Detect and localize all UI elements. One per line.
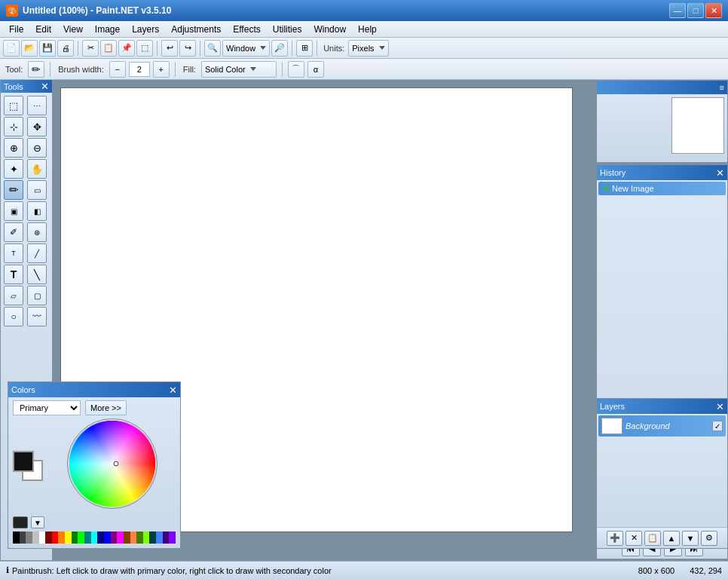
menu-view[interactable]: View <box>57 23 89 36</box>
move-tool[interactable]: ✥ <box>27 117 47 136</box>
palette-color-swatch[interactable] <box>39 532 46 544</box>
palette-color-btn[interactable] <box>13 516 28 528</box>
palette-color-swatch[interactable] <box>78 532 84 544</box>
palette-color-swatch[interactable] <box>104 532 111 544</box>
gradient-tool[interactable]: ◧ <box>27 201 47 221</box>
primary-color-swatch[interactable] <box>13 451 34 472</box>
palette-color-swatch[interactable] <box>26 532 32 544</box>
color-wheel[interactable] <box>67 418 158 509</box>
paintbucket-tool[interactable]: ▣ <box>4 201 23 221</box>
smudge-tool[interactable]: ╱ <box>27 244 47 263</box>
palette-color-swatch[interactable] <box>169 532 176 544</box>
units-dropdown[interactable]: Pixels <box>348 40 388 57</box>
palette-color-swatch[interactable] <box>13 532 20 544</box>
text-tool[interactable]: T <box>4 265 23 284</box>
palette-color-swatch[interactable] <box>136 532 143 544</box>
more-colors-button[interactable]: More >> <box>85 400 127 415</box>
color-mode-dropdown[interactable]: Primary Secondary <box>13 400 81 415</box>
palette-color-swatch[interactable] <box>45 532 52 544</box>
palette-color-swatch[interactable] <box>130 532 137 544</box>
palette-color-swatch[interactable] <box>52 532 59 544</box>
palette-color-swatch[interactable] <box>91 532 98 544</box>
copy-button[interactable]: 📋 <box>100 40 117 57</box>
move-layer-up-button[interactable]: ▲ <box>663 531 680 546</box>
minimize-button[interactable]: — <box>669 3 686 18</box>
paste-button[interactable]: 📌 <box>118 40 135 57</box>
delete-layer-button[interactable]: ✕ <box>626 531 642 546</box>
zoom-out-tool[interactable]: ⊖ <box>27 138 47 158</box>
add-layer-button[interactable]: ➕ <box>607 531 623 546</box>
duplicate-layer-button[interactable]: 📋 <box>644 531 661 546</box>
rect-tool[interactable]: ▱ <box>4 286 23 305</box>
colors-close-icon[interactable]: ✕ <box>169 385 177 395</box>
new-button[interactable]: 📄 <box>3 40 20 57</box>
palette-color-swatch[interactable] <box>72 532 78 544</box>
undo-button[interactable]: ↩ <box>161 40 178 57</box>
menu-help[interactable]: Help <box>352 23 383 36</box>
menu-window[interactable]: Window <box>307 23 352 36</box>
lasso-tool[interactable]: ⋯ <box>27 96 47 115</box>
menu-layers[interactable]: Layers <box>126 23 165 36</box>
cut-button[interactable]: ✂ <box>82 40 99 57</box>
ellipse-tool[interactable]: ○ <box>4 307 23 326</box>
fill-dropdown[interactable]: Solid Color <box>201 61 277 78</box>
zoom-dropdown[interactable]: Window <box>222 40 270 57</box>
palette-color-swatch[interactable] <box>163 532 170 544</box>
zoom-in-tool[interactable]: ⊕ <box>4 138 23 158</box>
eraser-tool[interactable]: ▭ <box>27 180 47 200</box>
palette-color-swatch[interactable] <box>65 532 72 544</box>
palette-color-swatch[interactable] <box>124 532 130 544</box>
open-button[interactable]: 📂 <box>21 40 38 57</box>
tools-close-icon[interactable]: ✕ <box>41 81 49 91</box>
close-button[interactable]: ✕ <box>705 3 722 18</box>
brush-dec-btn[interactable]: − <box>109 61 126 78</box>
grid-button[interactable]: ⊞ <box>296 40 313 57</box>
palette-color-swatch[interactable] <box>117 532 124 544</box>
move-layer-down-button[interactable]: ▼ <box>682 531 699 546</box>
magic-wand-tool[interactable]: ✦ <box>4 159 23 179</box>
zoom-out-btn[interactable]: 🔍 <box>204 40 221 57</box>
aa-button[interactable]: ⌒ <box>288 61 304 78</box>
recolor-tool[interactable]: T <box>4 244 23 263</box>
history-close-icon[interactable]: ✕ <box>716 168 724 178</box>
crop-button[interactable]: ⬚ <box>136 40 153 57</box>
menu-utilities[interactable]: Utilities <box>267 23 308 36</box>
palette-color-swatch[interactable] <box>156 532 163 544</box>
palette-color-swatch[interactable] <box>32 532 39 544</box>
palette-color-swatch[interactable] <box>143 532 150 544</box>
alpha-button[interactable]: α <box>307 61 324 78</box>
line-tool[interactable]: ╲ <box>27 265 47 284</box>
freeform-tool[interactable]: 〰 <box>27 307 47 326</box>
menu-edit[interactable]: Edit <box>29 23 57 36</box>
history-item[interactable]: New Image <box>598 182 726 195</box>
pan-tool[interactable]: ✋ <box>27 159 47 179</box>
move-sel-tool[interactable]: ⊹ <box>4 117 23 136</box>
maximize-button[interactable]: □ <box>687 3 704 18</box>
menu-image[interactable]: Image <box>89 23 126 36</box>
brush-inc-btn[interactable]: + <box>153 61 170 78</box>
layer-properties-button[interactable]: ⚙ <box>701 531 717 546</box>
palette-color-swatch[interactable] <box>58 532 65 544</box>
pencil-tool[interactable]: ✐ <box>4 222 23 242</box>
palette-menu-btn[interactable]: ▼ <box>31 516 44 528</box>
menu-effects[interactable]: Effects <box>227 23 266 36</box>
layers-close-icon[interactable]: ✕ <box>716 402 724 412</box>
print-button[interactable]: 🖨 <box>57 40 74 57</box>
brush-width-input[interactable]: 2 <box>129 62 150 77</box>
rounded-rect-tool[interactable]: ▢ <box>27 286 47 305</box>
palette-color-swatch[interactable] <box>149 532 156 544</box>
redo-button[interactable]: ↪ <box>179 40 196 57</box>
paintbrush-tool[interactable]: ✏ <box>4 180 23 200</box>
palette-color-swatch[interactable] <box>97 532 104 544</box>
zoom-in-btn[interactable]: 🔎 <box>271 40 288 57</box>
menu-adjustments[interactable]: Adjustments <box>165 23 227 36</box>
rect-select-tool[interactable]: ⬚ <box>4 96 23 115</box>
layer-item[interactable]: Background ✓ <box>598 415 726 437</box>
layer-visibility-check[interactable]: ✓ <box>712 421 723 431</box>
menu-file[interactable]: File <box>3 23 29 36</box>
clone-tool[interactable]: ⊛ <box>27 222 47 242</box>
thumbnail-panel-close[interactable]: ≡ <box>720 84 724 92</box>
palette-color-swatch[interactable] <box>111 532 118 544</box>
palette-color-swatch[interactable] <box>84 532 91 544</box>
save-button[interactable]: 💾 <box>39 40 56 57</box>
